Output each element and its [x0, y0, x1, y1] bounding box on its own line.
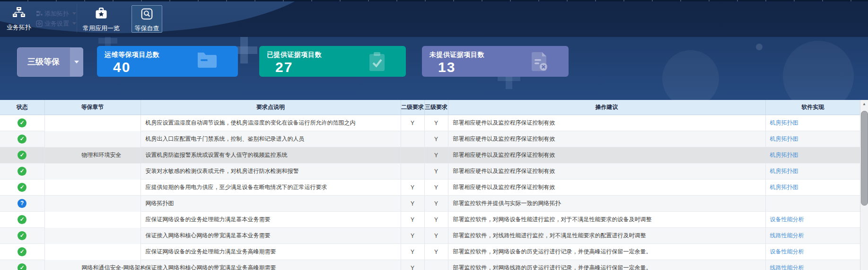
clipboard-check-icon [368, 51, 386, 74]
table-header-row: 状态 等保章节 要求点说明 二级要求 三级要求 操作建议 软件实现 [0, 100, 860, 115]
software-link[interactable]: 机房拓扑图 [770, 168, 798, 174]
software-cell: 线路性能分析 [765, 228, 860, 244]
compliance-table: 状态 等保章节 要求点说明 二级要求 三级要求 操作建议 软件实现 机房应设置温… [0, 100, 860, 270]
software-link[interactable]: 机房拓扑图 [770, 184, 798, 190]
circle-decoration [783, 41, 854, 100]
chapter-cell [44, 244, 140, 260]
requirement-cell: 应提供短期的备用电力供应，至少满足设备在断电情况下的正常运行要求 [140, 180, 401, 196]
toolbar-item-common-apps[interactable]: 常用应用一览 [79, 6, 123, 33]
level3-cell: Y [424, 115, 448, 131]
level3-cell: Y [424, 228, 448, 244]
suggestion-cell: 部署监控软件，对网络设备性能进行监控，对于不满足性能要求的设备及时调整 [448, 212, 765, 228]
status-cell [0, 131, 44, 147]
chevron-down-icon [70, 47, 83, 77]
table-row: 安装对水敏感的检测仪表或元件，对机房进行防水检测和报警 Y 部署相应硬件以及监控… [0, 163, 860, 180]
level2-cell [401, 163, 424, 180]
requirement-cell: 保证接入网络和核心网络的带宽满足基本业务需要 [140, 228, 401, 244]
suggestion-cell: 部署相应硬件以及监控程序保证控制有效 [448, 131, 765, 147]
status-cell [0, 196, 44, 212]
table-row: 保证接入网络和核心网络的带宽满足基本业务需要 Y Y 部署监控软件，对线路性能进… [0, 228, 860, 244]
column-header-requirement: 要求点说明 [140, 100, 401, 115]
scrollbar-thumb[interactable] [861, 111, 868, 206]
level2-cell: Y [401, 115, 424, 131]
software-cell: 机房拓扑图 [765, 147, 860, 163]
level2-cell: Y [401, 244, 424, 260]
table-row: 机房应设置温湿度自动调节设施，使机房温湿度的变化在设备运行所允许的范围之内 Y … [0, 115, 860, 131]
level2-cell: Y [401, 196, 424, 212]
level3-cell: Y [424, 163, 448, 180]
suggestion-cell: 部署监控软件，对线路性能进行监控，对不满足性能要求的配置进行及时调整 [448, 228, 765, 244]
check-circle-icon [18, 118, 26, 127]
software-link[interactable]: 线路性能分析 [770, 264, 804, 270]
circle-decoration [662, 50, 719, 100]
chapter-cell [44, 163, 140, 180]
toolbar-item-compliance-self-check[interactable]: 等保自查 [132, 5, 162, 33]
suggestion-cell: 部署相应硬件以及监控程序保证控制有效 [448, 163, 765, 180]
chapter-cell [44, 196, 140, 212]
protection-level-selector[interactable]: 三级等保 [17, 47, 83, 77]
suggestion-cell: 部署相应硬件以及监控程序保证控制有效 [448, 115, 765, 131]
suggestion-cell: 部署监控软件，对网络设备的历史运行进行记录，并使高峰运行保留一定余量。 [448, 244, 765, 260]
chapter-cell [44, 228, 140, 244]
check-circle-icon [18, 151, 26, 160]
column-header-level2: 二级要求 [401, 100, 424, 115]
software-link[interactable]: 机房拓扑图 [770, 119, 798, 126]
scroll-up-button[interactable]: ▲ [860, 100, 868, 108]
column-header-chapter: 等保章节 [44, 100, 140, 115]
software-cell: 机房拓扑图 [765, 163, 860, 180]
vertical-scrollbar[interactable]: ▲ [860, 100, 868, 270]
document-x-icon [531, 51, 549, 74]
summary-banner: 三级等保 运维等保项目总数 40 已提供证据项目数 27 [0, 37, 868, 100]
topology-icon [12, 13, 26, 21]
suggestion-cell: 部署相应硬件以及监控程序保证控制有效 [448, 147, 765, 163]
chapter-group-label: 物理和环境安全 [45, 151, 122, 159]
status-cell [0, 180, 44, 196]
chapter-cell: 网络和通信安全-网络架构 [44, 260, 140, 270]
level3-cell: Y [424, 147, 448, 163]
table-row: 应提供短期的备用电力供应，至少满足设备在断电情况下的正常运行要求 Y Y 部署相… [0, 180, 860, 196]
level3-cell: Y [424, 180, 448, 196]
chapter-group-label: 网络和通信安全-网络架构 [45, 264, 146, 270]
requirement-cell: 保证接入网络和核心网络的带宽满足业务高峰期需要 [140, 260, 401, 270]
toolbar-item-add-topology: 添加拓扑 [36, 9, 76, 18]
table-row: 应保证网络设备的业务处理能力满足基本业务需要 Y Y 部署监控软件，对网络设备性… [0, 212, 860, 228]
circle-decoration [756, 44, 763, 50]
requirement-cell: 应保证网络设备的业务处理能力满足基本业务需要 [140, 212, 401, 228]
level2-cell: Y [401, 180, 424, 196]
toolbar-item-label: 添加拓扑 [44, 9, 69, 18]
level2-cell: Y [401, 228, 424, 244]
window-top-edge [0, 0, 868, 1]
suggestion-cell: 部署监控软件，对网络线路的历史运行进行记录，并使高峰运行保留一定余量。 [448, 260, 765, 270]
software-link[interactable]: 机房拓扑图 [770, 152, 798, 158]
toolbar-item-business-settings: 业务设置 [36, 18, 76, 28]
software-link[interactable]: 线路性能分析 [770, 232, 804, 239]
toolbar-item-label: 业务设置 [44, 19, 69, 28]
check-circle-icon [18, 247, 26, 256]
software-link[interactable]: 设备性能分析 [770, 248, 804, 255]
table-row: 机房出入口应配置电子门禁系统，控制、鉴别和记录进入的人员 Y 部署相应硬件以及监… [0, 131, 860, 147]
software-link[interactable]: 机房拓扑图 [770, 135, 798, 142]
column-header-software: 软件实现 [765, 100, 860, 115]
check-circle-icon [18, 263, 26, 270]
toolbar-item-business-topology[interactable]: 业务拓扑 [4, 6, 34, 32]
check-circle-icon [18, 183, 26, 192]
software-link[interactable]: 设备性能分析 [770, 216, 804, 223]
suggestion-cell: 部署监控软件并提供与实际一致的网络拓扑 [448, 196, 765, 212]
briefcase-star-icon [94, 14, 108, 22]
top-toolbar: 业务拓扑 添加拓扑 [0, 0, 868, 37]
level2-cell [401, 147, 424, 163]
toolbar-disabled-group: 添加拓扑 业务设置 [36, 9, 76, 28]
level3-cell: Y [424, 196, 448, 212]
toolbar-item-label: 等保自查 [132, 24, 162, 33]
software-cell [765, 196, 860, 212]
table-row: 网络和通信安全-网络架构 保证接入网络和核心网络的带宽满足业务高峰期需要 Y 部… [0, 260, 860, 270]
selected-level-value: 三级等保 [17, 47, 70, 77]
column-header-suggestion: 操作建议 [448, 100, 765, 115]
requirement-cell: 机房应设置温湿度自动调节设施，使机房温湿度的变化在设备运行所允许的范围之内 [140, 115, 401, 131]
software-cell: 机房拓扑图 [765, 180, 860, 196]
requirement-cell: 机房出入口应配置电子门禁系统，控制、鉴别和记录进入的人员 [140, 131, 401, 147]
check-circle-icon [18, 167, 26, 176]
table-row: 应保证网络设备的业务处理能力满足业务高峰期需要 Y Y 部署监控软件，对网络设备… [0, 244, 860, 260]
chapter-cell [44, 180, 140, 196]
stat-card-evidence-missing: 未提供证据项目数 13 [422, 46, 569, 77]
